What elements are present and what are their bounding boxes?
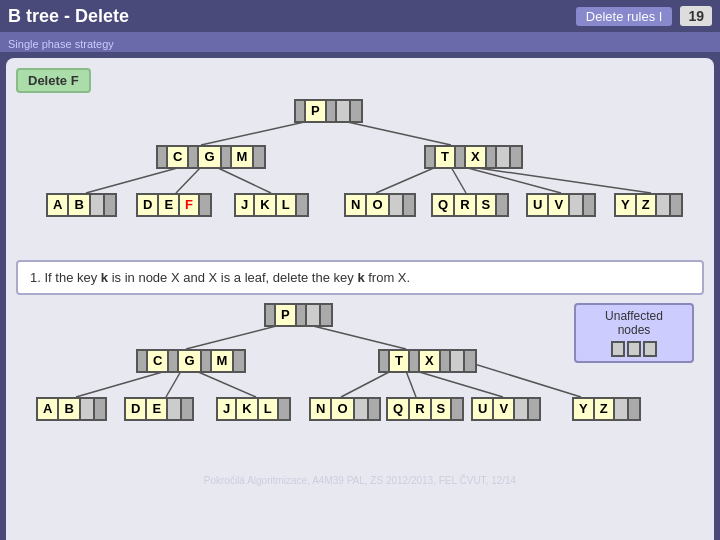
node-NO-top: N O <box>344 193 416 217</box>
footer-text: Pokročilá Algoritmizace, A4M39 PAL, ZS 2… <box>204 475 516 486</box>
node-UV-bot: U V <box>471 397 541 421</box>
node-NO-bot: N O <box>309 397 381 421</box>
node-UV-top: U V <box>526 193 596 217</box>
header: B tree - Delete Delete rules I 19 <box>0 0 720 32</box>
svg-line-15 <box>406 371 416 397</box>
svg-line-16 <box>416 371 503 397</box>
page-number: 19 <box>680 6 712 26</box>
rule-text-box: 1. If the key k is in node X and X is a … <box>16 260 704 295</box>
node-AB-bot: A B <box>36 397 107 421</box>
delete-f-label: Delete F <box>16 68 91 93</box>
unaffected-label: Unaffectednodes <box>584 309 684 337</box>
node-YZ-top: Y Z <box>614 193 683 217</box>
footer: Pokročilá Algoritmizace, A4M39 PAL, ZS 2… <box>16 475 704 486</box>
svg-line-5 <box>376 167 436 193</box>
node-QRS-top: Q R S <box>431 193 509 217</box>
node-JKL-bot: J K L <box>216 397 291 421</box>
unaffected-sample <box>584 341 684 357</box>
rule-text: 1. If the key k is in node X and X is a … <box>30 270 410 285</box>
svg-line-14 <box>341 371 391 397</box>
node-DE-bot: D E <box>124 397 194 421</box>
node-YZ-bot: Y Z <box>572 397 641 421</box>
svg-line-13 <box>196 371 256 397</box>
node-DEF-top: D E F <box>136 193 212 217</box>
node-CGM-top: C G M <box>156 145 266 169</box>
rules-badge: Delete rules I <box>576 7 673 26</box>
svg-line-7 <box>464 167 561 193</box>
svg-line-2 <box>86 167 181 193</box>
main-content: Delete F P <box>6 58 714 540</box>
svg-line-6 <box>451 167 466 193</box>
lower-section: Unaffectednodes <box>16 303 704 473</box>
subtitle-bar: Single phase strategy <box>0 32 720 52</box>
node-P-bot: P <box>264 303 333 327</box>
node-JKL-top: J K L <box>234 193 309 217</box>
node-TX-top: T X <box>424 145 523 169</box>
unaffected-nodes-box: Unaffectednodes <box>574 303 694 363</box>
subtitle: Single phase strategy <box>8 38 114 50</box>
svg-line-12 <box>166 371 181 397</box>
node-TX-bot: T X <box>378 349 477 373</box>
node-P-top: P <box>294 99 363 123</box>
node-AB-top: A B <box>46 193 117 217</box>
svg-line-8 <box>471 167 651 193</box>
node-QRS-bot: Q R S <box>386 397 464 421</box>
svg-line-3 <box>176 167 201 193</box>
svg-line-4 <box>216 167 271 193</box>
page-title: B tree - Delete <box>8 6 576 27</box>
top-tree: P C G M T X <box>16 97 704 252</box>
node-CGM-bot: C G M <box>136 349 246 373</box>
svg-line-11 <box>76 371 166 397</box>
